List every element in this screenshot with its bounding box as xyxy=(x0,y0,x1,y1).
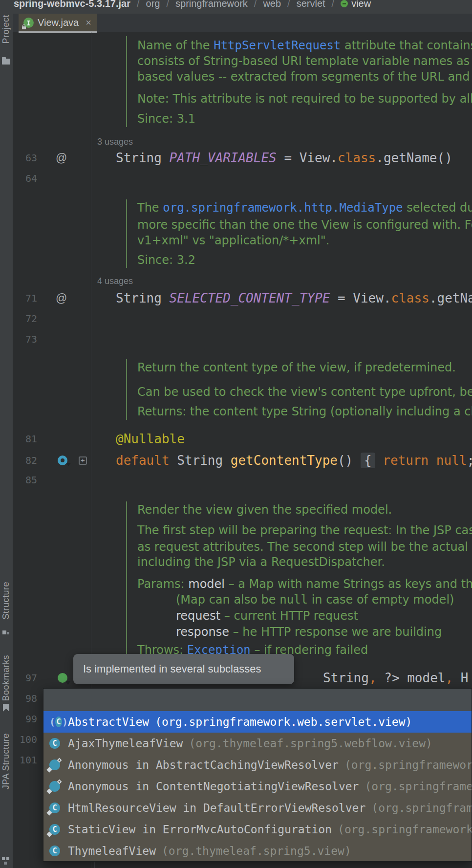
usages-hint[interactable]: 3 usages xyxy=(97,135,133,148)
gutter-tooltip: Is implemented in several subclasses xyxy=(73,654,294,684)
line-number[interactable]: 72 xyxy=(15,311,37,326)
doc-comment-border xyxy=(126,199,127,268)
structure-icon[interactable] xyxy=(2,630,6,634)
line-number[interactable]: 101 xyxy=(15,752,37,768)
doc-line: Returns: the content type String (option… xyxy=(137,404,472,419)
code-line-81[interactable]: @Nullable xyxy=(116,431,185,447)
code-line-63[interactable]: String PATH_VARIABLES = View.class.getNa… xyxy=(116,150,452,166)
inner-class-icon: C xyxy=(49,803,68,813)
jpa-structure-icon[interactable] xyxy=(2,857,5,860)
popup-item-staticview[interactable]: C StaticView in ErrorMvcAutoConfiguratio… xyxy=(43,819,472,840)
code-line-82[interactable]: default String getContentType() { return… xyxy=(116,452,472,469)
breadcrumb-org[interactable]: org xyxy=(146,0,160,9)
breadcrumb-separator: / xyxy=(287,0,290,9)
doc-line: based values -- extracted from segments … xyxy=(137,69,472,84)
is-implemented-gutter-icon[interactable] xyxy=(58,673,67,683)
code-line-71[interactable]: String SELECTED_CONTENT_TYPE = View.clas… xyxy=(116,290,472,306)
doc-line: Name of the HttpServletRequest attribute… xyxy=(137,38,472,53)
line-number[interactable]: 63 xyxy=(15,150,37,166)
popup-item-ajaxthymeleafview[interactable]: C AjaxThymeleafView (org.thymeleaf.sprin… xyxy=(43,733,472,754)
doc-comment-border xyxy=(126,501,127,658)
doc-line: The org.springframework.http.MediaType s… xyxy=(137,200,472,215)
doc-comment-border xyxy=(126,36,127,127)
tab-view-java[interactable]: I View.java × xyxy=(19,14,97,32)
is-implemented-gutter-icon[interactable] xyxy=(58,456,67,465)
anonymous-class-icon xyxy=(49,781,68,792)
breadcrumb-view[interactable]: view xyxy=(341,0,371,9)
stripe-item-bookmarks[interactable]: Bookmarks xyxy=(1,655,11,701)
line-number[interactable]: 71 xyxy=(15,290,37,306)
breadcrumb-bar: spring-webmvc-5.3.17.jar / org / springf… xyxy=(0,0,472,14)
doc-line: Note: This attribute is not required to … xyxy=(137,91,472,106)
doc-line: Render the view given the specified mode… xyxy=(137,502,392,517)
line-number[interactable]: 97 xyxy=(15,670,37,686)
interface-icon: I xyxy=(23,18,34,28)
stripe-item-structure[interactable]: Structure xyxy=(1,582,11,620)
abstract-class-icon: (C) xyxy=(49,716,68,727)
line-number[interactable]: 81 xyxy=(15,431,37,447)
breadcrumb-springframework[interactable]: springframework xyxy=(175,0,248,9)
doc-line: including the JSP via a RequestDispatche… xyxy=(137,555,385,569)
tab-title: View.java xyxy=(38,17,79,28)
left-tool-stripe: Project Structure Bookmarks JPA Structur… xyxy=(0,14,13,868)
doc-line: Since: 3.1 xyxy=(137,111,195,126)
fold-expand-icon[interactable]: + xyxy=(79,456,87,465)
anonymous-class-icon xyxy=(49,760,68,770)
doc-line: response – he HTTP response we are build… xyxy=(176,625,442,639)
line-number[interactable]: 73 xyxy=(15,331,37,347)
line-number[interactable]: 100 xyxy=(15,732,37,747)
doc-line: more specific than the one the View is c… xyxy=(137,217,472,232)
line-number[interactable]: 99 xyxy=(15,711,37,727)
doc-line: Can be used to check the view's content … xyxy=(137,385,472,399)
line-number[interactable]: 64 xyxy=(15,171,37,186)
line-number[interactable]: 82 xyxy=(15,453,37,468)
line-number[interactable]: 85 xyxy=(15,472,37,488)
bookmark-flag-icon[interactable] xyxy=(3,704,9,712)
popup-item-anonymous-abstractcaching[interactable]: Anonymous in AbstractCachingViewResolver… xyxy=(43,754,472,776)
indent-guide xyxy=(94,862,95,868)
breadcrumb-separator: / xyxy=(254,0,257,9)
tab-close-icon[interactable]: × xyxy=(86,17,91,28)
doc-line: consists of String-based URI template va… xyxy=(137,54,472,68)
active-tab-underline xyxy=(19,31,97,33)
doc-line: as request attributes. The second step w… xyxy=(137,540,472,554)
project-folder-icon[interactable] xyxy=(2,59,10,65)
breadcrumb-separator: / xyxy=(137,0,140,9)
class-icon: C xyxy=(49,846,68,856)
implementations-popup: (C) AbstractView (org.springframework.we… xyxy=(43,688,472,862)
doc-line: Params: model – a Map with name Strings … xyxy=(137,577,472,591)
breadcrumb-separator: / xyxy=(332,0,335,9)
stripe-item-jpa-structure[interactable]: JPA Structure xyxy=(1,733,11,789)
lock-icon xyxy=(22,26,26,29)
package-icon xyxy=(341,0,348,7)
doc-line: Return the content type of the view, if … xyxy=(137,360,456,375)
usages-hint[interactable]: 4 usages xyxy=(97,275,133,287)
doc-line: (Map can also be null in case of empty m… xyxy=(176,592,454,607)
breadcrumb-servlet[interactable]: servlet xyxy=(297,0,325,9)
annotation-gutter-icon[interactable]: @ xyxy=(56,290,67,306)
breadcrumb: spring-webmvc-5.3.17.jar / org / springf… xyxy=(14,0,371,11)
popup-item-htmlresourceview[interactable]: C HtmlResourceView in DefaultErrorViewRe… xyxy=(43,797,472,819)
breadcrumb-separator: / xyxy=(166,0,169,9)
popup-header xyxy=(43,689,472,711)
ide-window: spring-webmvc-5.3.17.jar / org / springf… xyxy=(0,0,472,868)
popup-item-anonymous-contentnegotiating[interactable]: Anonymous in ContentNegotiatingViewResol… xyxy=(43,776,472,797)
class-icon: C xyxy=(49,738,68,749)
inner-class-icon: C xyxy=(49,824,68,835)
annotation-gutter-icon[interactable]: @ xyxy=(56,150,67,166)
stripe-item-project[interactable]: Project xyxy=(1,15,11,44)
breadcrumb-web[interactable]: web xyxy=(263,0,281,9)
code-line-97[interactable]: String, ?> model, H xyxy=(323,670,468,686)
breadcrumb-jar[interactable]: spring-webmvc-5.3.17.jar xyxy=(14,0,130,9)
doc-line: The first step will be preparing the req… xyxy=(137,523,472,538)
tooltip-text: Is implemented in several subclasses xyxy=(83,663,261,675)
doc-line: v1+xml" vs "application/*+xml". xyxy=(137,233,329,248)
line-number[interactable]: 98 xyxy=(15,691,37,706)
doc-comment-border xyxy=(126,359,127,420)
popup-item-thymeleafview[interactable]: C ThymeleafView (org.thymeleaf.spring5.v… xyxy=(43,840,472,862)
doc-line: Since: 3.2 xyxy=(137,253,195,267)
popup-item-abstractview[interactable]: (C) AbstractView (org.springframework.we… xyxy=(43,711,472,733)
doc-line: request – current HTTP request xyxy=(176,608,358,623)
